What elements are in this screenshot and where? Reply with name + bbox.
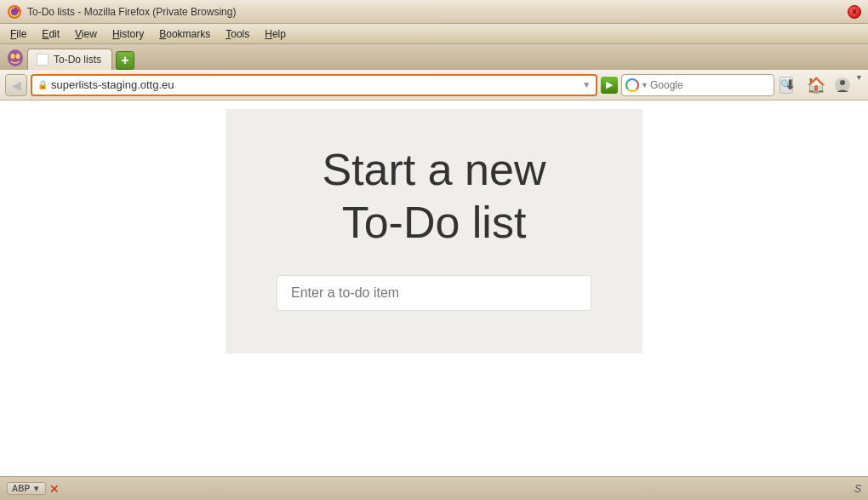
back-icon: ◀ (12, 78, 21, 92)
search-bar[interactable]: ▼ 🔍 (621, 74, 774, 96)
go-button[interactable]: ▶ (601, 77, 618, 94)
url-input[interactable] (51, 78, 579, 91)
back-button[interactable]: ◀ (5, 74, 27, 96)
heading-line1: Start a new (322, 145, 545, 194)
persona-dropdown-icon[interactable]: ▼ (855, 73, 863, 97)
go-icon: ▶ (606, 79, 613, 90)
search-input[interactable] (650, 79, 778, 91)
home-icon: 🏠 (807, 76, 825, 95)
download-icon: ⬇ (785, 77, 796, 93)
svg-point-3 (11, 54, 15, 59)
menu-file[interactable]: File (3, 26, 33, 42)
active-tab[interactable]: To-Do lists (27, 49, 112, 70)
heading-line2: To-Do list (342, 198, 527, 247)
lock-icon: 🔒 (37, 80, 48, 89)
status-bar: ABP ▼ ✕ S (0, 476, 868, 500)
tab-favicon (37, 54, 49, 66)
home-button[interactable]: 🏠 (804, 73, 828, 97)
menu-edit[interactable]: Edit (35, 26, 66, 42)
page-wrapper: Start a new To-Do list (0, 101, 868, 476)
persona-button[interactable] (831, 73, 854, 97)
svg-point-4 (16, 54, 20, 59)
menu-view[interactable]: View (68, 26, 104, 42)
extra-nav-buttons: ⬇ 🏠 ▼ (778, 73, 863, 97)
search-engine-icon[interactable] (625, 78, 639, 92)
menu-bar: File Edit View History Bookmarks Tools H… (0, 24, 868, 44)
google-icon (625, 78, 639, 92)
firefox-icon (7, 4, 22, 20)
window-title: To-Do lists - Mozilla Firefox (Private B… (27, 6, 236, 18)
stop-button[interactable]: ✕ (49, 482, 60, 496)
browser-content: Start a new To-Do list (0, 101, 868, 476)
adblock-dropdown-icon: ▼ (32, 484, 41, 493)
todo-input[interactable] (277, 275, 591, 311)
menu-help[interactable]: Help (258, 26, 293, 42)
content-box: Start a new To-Do list (226, 109, 642, 353)
persona-icon (834, 77, 851, 94)
download-button[interactable]: ⬇ (778, 73, 802, 97)
close-button[interactable]: × (848, 5, 861, 19)
tab-label: To-Do lists (54, 54, 101, 66)
url-dropdown-icon[interactable]: ▼ (582, 80, 591, 89)
tab-bar: To-Do lists + (0, 44, 868, 70)
status-left: ABP ▼ ✕ (7, 482, 60, 496)
url-bar[interactable]: 🔒 ▼ (31, 74, 597, 96)
private-browsing-icon (7, 49, 24, 67)
status-right-icon: S (854, 483, 861, 495)
svg-point-6 (840, 80, 845, 85)
svg-point-2 (8, 49, 23, 66)
nav-bar: ◀ 🔒 ▼ ▶ ▼ 🔍 ⬇ 🏠 ▼ (0, 70, 868, 101)
main-heading: Start a new To-Do list (322, 143, 545, 250)
menu-history[interactable]: History (106, 26, 151, 42)
adblock-label: ABP (12, 484, 30, 493)
title-bar: To-Do lists - Mozilla Firefox (Private B… (0, 0, 868, 24)
new-tab-button[interactable]: + (116, 51, 134, 70)
menu-bookmarks[interactable]: Bookmarks (152, 26, 217, 42)
search-engine-dropdown-icon[interactable]: ▼ (641, 81, 648, 89)
menu-tools[interactable]: Tools (219, 26, 256, 42)
adblock-button[interactable]: ABP ▼ (7, 482, 46, 495)
